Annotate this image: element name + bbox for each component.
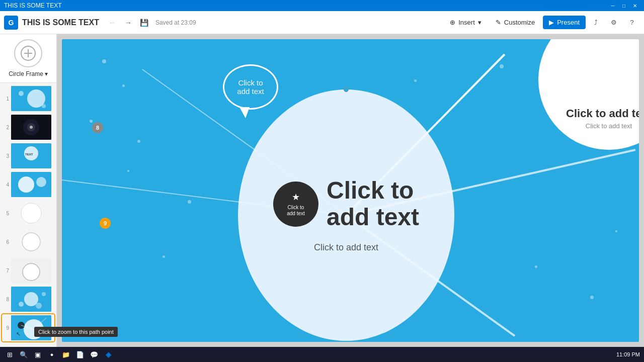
taskbar-file[interactable]: 📄 bbox=[74, 349, 86, 360]
speech-bubble-text: Click toadd text bbox=[237, 78, 264, 96]
thumb-svg-1 bbox=[11, 86, 51, 111]
svg-text:TEXT: TEXT bbox=[25, 153, 33, 156]
taskbar-right: 11:09 PM bbox=[616, 351, 640, 357]
circle-frame-picker[interactable]: Circle Frame ▾ bbox=[0, 34, 56, 83]
slide-number: 7 bbox=[3, 268, 9, 274]
circle-icon-area: ★ Click toadd text Click toadd text bbox=[273, 177, 419, 231]
dot-decoration bbox=[102, 59, 106, 63]
title-bar-left: THIS IS SOME TEXT bbox=[4, 2, 61, 9]
svg-point-22 bbox=[23, 263, 40, 281]
taskbar-app[interactable]: ◈ bbox=[103, 349, 114, 360]
slide-number: 4 bbox=[3, 182, 9, 188]
slide-item[interactable]: 2 bbox=[2, 114, 54, 141]
slide-cursor: ↖ bbox=[16, 331, 21, 337]
slide-number: 5 bbox=[3, 211, 9, 216]
title-bar: THIS IS SOME TEXT ─ □ ✕ bbox=[0, 0, 644, 11]
slide-item[interactable]: 4 bbox=[2, 171, 54, 198]
help-button[interactable]: ? bbox=[624, 15, 640, 31]
slide-number: 2 bbox=[3, 125, 9, 130]
slide-item[interactable]: 6 bbox=[2, 228, 54, 255]
settings-button[interactable]: ⚙ bbox=[606, 15, 622, 31]
svg-point-26 bbox=[42, 292, 46, 296]
badge-9: 9 bbox=[100, 218, 111, 229]
insert-button[interactable]: ⊕ Insert ▾ bbox=[444, 16, 488, 29]
slide-item[interactable]: 3 TEXT bbox=[2, 142, 54, 169]
svg-point-18 bbox=[21, 203, 41, 223]
icon-add-text: Click toadd text bbox=[287, 205, 305, 217]
dark-circle-icon[interactable]: ★ Click toadd text bbox=[273, 182, 318, 227]
taskbar-browser[interactable]: ● bbox=[46, 349, 57, 360]
svg-point-6 bbox=[42, 104, 46, 108]
thumb-svg-8 bbox=[11, 287, 51, 312]
slide-item[interactable]: 7 bbox=[2, 257, 54, 284]
slide-thumbnail bbox=[11, 258, 51, 283]
svg-point-16 bbox=[36, 177, 46, 187]
minimize-button[interactable]: ─ bbox=[608, 2, 618, 10]
save-button[interactable]: 💾 bbox=[137, 16, 151, 30]
main-sub-text[interactable]: Click to add text bbox=[314, 242, 378, 253]
share-button[interactable]: ⤴ bbox=[588, 15, 604, 31]
taskbar-search[interactable]: 🔍 bbox=[18, 349, 29, 360]
taskbar-chat[interactable]: 💬 bbox=[89, 349, 100, 360]
speech-bubble-tail bbox=[239, 107, 250, 118]
slide-thumbnail bbox=[11, 172, 51, 197]
speech-bubble-inner: Click toadd text bbox=[223, 64, 278, 110]
dot-decoration bbox=[122, 84, 125, 87]
circle-handle[interactable] bbox=[344, 87, 349, 92]
svg-point-15 bbox=[18, 176, 34, 193]
zoom-tooltip: Click to zoom to this path point bbox=[34, 327, 57, 337]
circle-frame-icon[interactable] bbox=[14, 39, 42, 67]
svg-point-25 bbox=[19, 302, 24, 307]
main-circle-content: ★ Click toadd text Click toadd text Clic… bbox=[273, 177, 419, 253]
slide-thumbnail bbox=[11, 229, 51, 254]
side-circle-title[interactable]: Click to add text bbox=[566, 107, 639, 120]
slide-number: 3 bbox=[3, 153, 9, 159]
taskbar-start[interactable]: ⊞ bbox=[4, 349, 15, 360]
svg-point-10 bbox=[30, 126, 33, 129]
slide-item[interactable]: 8 bbox=[2, 286, 54, 313]
insert-chevron: ▾ bbox=[478, 19, 481, 26]
main-circle[interactable]: ★ Click toadd text Click toadd text Clic… bbox=[238, 89, 454, 341]
present-label: Present bbox=[557, 19, 580, 26]
title-bar-title: THIS IS SOME TEXT bbox=[4, 2, 61, 9]
maximize-button[interactable]: □ bbox=[619, 2, 629, 10]
svg-point-24 bbox=[24, 292, 38, 306]
saved-status: Saved at 23:09 bbox=[155, 19, 196, 26]
canvas-area: Click toadd text 8 9 ★ Click toadd text bbox=[57, 34, 644, 347]
side-circle-sub[interactable]: Click to add text bbox=[586, 122, 632, 130]
dot-decoration bbox=[615, 230, 617, 232]
customize-button[interactable]: ✎ Customize bbox=[490, 16, 541, 29]
present-icon: ▶ bbox=[549, 19, 554, 26]
dot-decoration bbox=[535, 265, 537, 268]
svg-point-5 bbox=[19, 91, 24, 96]
undo-button[interactable]: ← bbox=[105, 16, 119, 30]
main-heading-text[interactable]: Click toadd text bbox=[327, 177, 419, 231]
plus-circle-svg bbox=[20, 45, 36, 61]
menu-bar: G THIS IS SOME TEXT ← → 💾 Saved at 23:09… bbox=[0, 11, 644, 34]
slide-item[interactable]: 5 bbox=[2, 200, 54, 227]
slide-thumbnail bbox=[11, 201, 51, 226]
dot-decoration bbox=[414, 79, 417, 82]
svg-point-27 bbox=[36, 303, 42, 309]
slide-thumbnail bbox=[11, 287, 51, 312]
slide-thumbnail bbox=[11, 86, 51, 111]
dot-decoration bbox=[188, 200, 191, 204]
slide-number: 1 bbox=[3, 96, 9, 102]
slide-item[interactable]: 1 bbox=[2, 85, 54, 112]
thumb-svg-7 bbox=[11, 258, 51, 283]
present-button[interactable]: ▶ Present bbox=[543, 16, 586, 29]
dot-decoration bbox=[90, 120, 93, 123]
side-circle[interactable]: Click to add text Click to add text bbox=[538, 39, 639, 150]
slide-thumbnail bbox=[11, 115, 51, 140]
redo-button[interactable]: → bbox=[121, 16, 135, 30]
close-button[interactable]: ✕ bbox=[630, 2, 640, 10]
circle-frame-text: Circle Frame bbox=[9, 70, 43, 77]
circle-frame-label[interactable]: Circle Frame ▾ bbox=[9, 70, 48, 77]
taskbar-folder[interactable]: 📁 bbox=[60, 349, 71, 360]
slide-number: 6 bbox=[3, 239, 9, 245]
thumb-svg-3: TEXT bbox=[11, 143, 51, 168]
slide-item[interactable]: 10 bbox=[2, 343, 54, 347]
taskbar-task-view[interactable]: ▣ bbox=[32, 349, 43, 360]
speech-bubble[interactable]: Click toadd text bbox=[223, 64, 278, 110]
slide-canvas: Click toadd text 8 9 ★ Click toadd text bbox=[62, 39, 639, 342]
